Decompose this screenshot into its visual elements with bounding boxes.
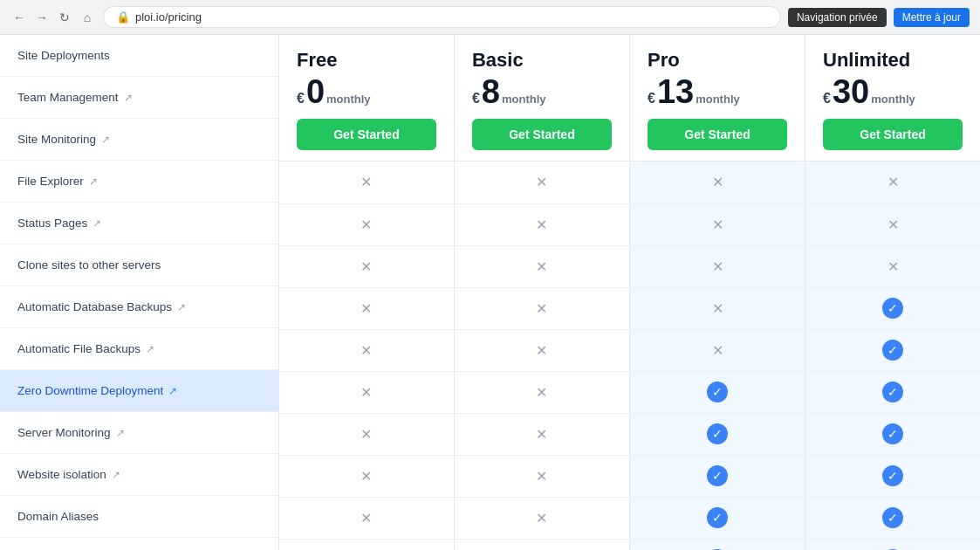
cell-6-3: ✓ (805, 413, 980, 455)
feature-row-6: Automatic Database Backups ↗ (0, 286, 278, 328)
external-link-icon-4: ↗ (93, 217, 101, 230)
cell-7-2: ✓ (629, 455, 805, 497)
cross-icon: ✕ (360, 511, 372, 526)
cross-icon: ✕ (360, 217, 372, 232)
reload-button[interactable]: ↻ (56, 9, 73, 26)
cross-icon: ✕ (887, 217, 899, 232)
plan-name-unlimited: Unlimited (823, 49, 963, 72)
cell-4-2: ✕ (629, 329, 805, 371)
feature-label-11: Domain Aliases (17, 510, 99, 523)
feature-label-3: File Explorer (17, 175, 84, 188)
feature-values-row-0: ✕✕✕✕ (279, 162, 980, 203)
cross-icon: ✕ (360, 343, 372, 358)
feature-label-1: Team Management (17, 91, 119, 104)
cell-1-2: ✕ (629, 203, 805, 245)
browser-chrome: ← → ↻ ⌂ 🔒 ploi.io/pricing Navigation pri… (0, 0, 980, 35)
external-link-icon-8: ↗ (168, 385, 177, 397)
check-icon: ✓ (882, 423, 903, 444)
cell-8-0: ✕ (279, 497, 454, 539)
feature-values-row-5: ✕✕✓✓ (279, 371, 980, 413)
cross-icon: ✕ (360, 175, 372, 189)
external-link-icon-6: ↗ (177, 301, 186, 313)
plan-header-free: Free€0monthlyGet Started (279, 35, 454, 162)
price-currency-unlimited: € (823, 91, 831, 107)
feature-values-row-9: ✕✕✓✓ (279, 539, 980, 550)
cell-0-0: ✕ (279, 162, 454, 203)
check-icon: ✓ (882, 507, 903, 528)
feature-row-11: Domain Aliases (0, 496, 278, 538)
cross-icon: ✕ (360, 385, 372, 400)
price-currency-pro: € (648, 91, 655, 107)
feature-values-row-8: ✕✕✓✓ (279, 497, 980, 539)
price-currency-basic: € (472, 91, 480, 107)
price-period-free: monthly (326, 93, 371, 106)
home-button[interactable]: ⌂ (79, 9, 96, 26)
cross-icon: ✕ (360, 259, 372, 274)
feature-row-5: Clone sites to other servers (0, 244, 278, 286)
cross-icon: ✕ (536, 385, 547, 400)
cell-9-1: ✕ (454, 539, 629, 550)
url-text: ploi.io/pricing (135, 10, 202, 24)
cross-icon: ✕ (536, 343, 547, 358)
check-icon: ✓ (882, 298, 903, 319)
cell-1-0: ✕ (279, 203, 454, 245)
cell-1-3: ✕ (805, 203, 980, 245)
feature-values-row-7: ✕✕✓✓ (279, 455, 980, 497)
cross-icon: ✕ (536, 511, 547, 526)
price-amount-basic: 8 (482, 75, 500, 108)
address-bar[interactable]: 🔒 ploi.io/pricing (103, 6, 781, 28)
cross-icon: ✕ (536, 217, 547, 232)
get-started-button-pro[interactable]: Get Started (648, 119, 787, 150)
cell-3-3: ✓ (805, 287, 980, 329)
feature-row-7: Automatic File Backups ↗ (0, 328, 278, 370)
cross-icon: ✕ (712, 217, 723, 232)
cell-7-1: ✕ (454, 455, 629, 497)
external-link-icon-10: ↗ (112, 469, 120, 481)
external-link-icon-3: ↗ (89, 175, 98, 188)
get-started-button-basic[interactable]: Get Started (472, 119, 612, 150)
cross-icon: ✕ (536, 175, 547, 189)
check-icon: ✓ (707, 423, 728, 444)
price-period-basic: monthly (502, 93, 546, 106)
feature-row-8: Zero Downtime Deployment ↗ (0, 370, 278, 412)
feature-values-row-4: ✕✕✕✓ (279, 329, 980, 371)
feature-label-5: Clone sites to other servers (17, 258, 161, 272)
feature-label-7: Automatic File Backups (17, 342, 140, 355)
cell-3-2: ✕ (629, 287, 805, 329)
price-amount-unlimited: 30 (833, 75, 869, 108)
cross-icon: ✕ (360, 469, 372, 484)
back-button[interactable]: ← (10, 9, 28, 26)
feature-label-4: Status Pages (17, 217, 87, 230)
cross-icon: ✕ (536, 259, 547, 274)
get-started-button-free[interactable]: Get Started (297, 119, 436, 150)
external-link-icon-9: ↗ (116, 427, 125, 439)
toolbar-right: Navigation privée Mettre à jour (788, 8, 970, 27)
cross-icon: ✕ (712, 175, 723, 189)
cell-6-1: ✕ (454, 413, 629, 455)
forward-button[interactable]: → (33, 9, 51, 26)
cell-4-3: ✓ (805, 329, 980, 371)
check-icon: ✓ (707, 382, 728, 402)
cross-icon: ✕ (536, 469, 547, 484)
price-amount-free: 0 (306, 75, 325, 108)
cell-9-0: ✕ (279, 539, 454, 550)
feature-row-4: Status Pages ↗ (0, 203, 278, 244)
feature-label-6: Automatic Database Backups (17, 300, 172, 313)
cell-2-1: ✕ (454, 245, 629, 287)
cell-9-2: ✓ (629, 539, 805, 550)
cross-icon: ✕ (887, 175, 899, 189)
external-link-icon-7: ↗ (146, 343, 154, 355)
plan-name-basic: Basic (472, 49, 612, 72)
features-sidebar: Site DeploymentsTeam Management ↗Site Mo… (0, 35, 279, 550)
incognito-button[interactable]: Navigation privée (788, 8, 887, 27)
cell-5-2: ✓ (629, 371, 805, 413)
update-button[interactable]: Mettre à jour (894, 8, 970, 27)
get-started-button-unlimited[interactable]: Get Started (823, 119, 963, 150)
cell-5-1: ✕ (454, 371, 629, 413)
cell-0-3: ✕ (805, 162, 980, 203)
check-icon: ✓ (882, 340, 903, 361)
cell-5-0: ✕ (279, 371, 454, 413)
feature-values-row-3: ✕✕✕✓ (279, 287, 980, 329)
cell-2-3: ✕ (805, 245, 980, 287)
cell-2-2: ✕ (629, 245, 805, 287)
